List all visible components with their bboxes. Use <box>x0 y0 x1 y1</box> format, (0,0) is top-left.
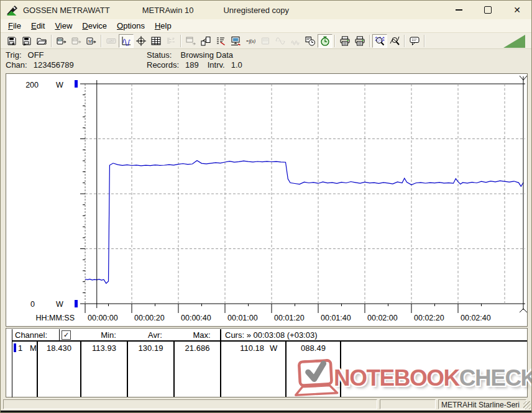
channel-list-button[interactable] <box>213 34 228 48</box>
cursor2-value: 110.18 <box>227 343 264 353</box>
svg-text:HH:MM:SS: HH:MM:SS <box>36 314 75 322</box>
toolbar-separator <box>180 35 181 47</box>
timer-button[interactable] <box>318 34 332 48</box>
toolbar: M1257=f(x) <box>1 33 531 49</box>
tooltip-icon <box>410 36 420 46</box>
avr-header: Avr: <box>132 330 178 340</box>
analog-signal-button <box>273 34 288 48</box>
close-icon: ✕ <box>513 6 521 14</box>
menubar: FileEditViewDeviceOptionsHelp <box>1 19 531 33</box>
status-strip: Trig:OFF Chan:123456789 Status:Browsing … <box>6 50 528 71</box>
svg-text:200: 200 <box>25 81 39 89</box>
interval-value: 1.0 <box>231 60 242 70</box>
cursor-view-icon <box>136 36 146 46</box>
device-config-icon <box>260 36 270 46</box>
table-view-icon <box>151 36 161 46</box>
min-header: Min: <box>85 330 132 340</box>
cursor-header: Curs: » 00:03:08 (+03:03) <box>225 330 318 340</box>
svg-text:00:00:20: 00:00:20 <box>134 314 165 322</box>
table-left-border <box>12 329 12 397</box>
cursor-view-button[interactable] <box>134 34 149 48</box>
close-button[interactable]: ✕ <box>513 6 521 14</box>
cursor-delta-value: 088.49 <box>287 343 340 353</box>
statusbar: METRAHit Starline-Seri <box>1 399 531 411</box>
max-value: 130.19 <box>128 343 173 353</box>
chan-label: Chan: <box>6 60 27 70</box>
device-stop-button <box>69 34 84 48</box>
column-divider <box>220 340 221 397</box>
device-transfer-icon <box>201 36 211 46</box>
y-range-marker-top <box>75 80 78 88</box>
cursor1-value: 21.686 <box>175 343 220 353</box>
device-transfer-button[interactable] <box>198 34 213 48</box>
menu-view[interactable]: View <box>50 20 77 32</box>
cursor2-unit: W <box>270 343 282 353</box>
toolbar-separator <box>369 35 370 47</box>
zoom-time-button[interactable] <box>372 34 387 48</box>
pulse-signal-button <box>288 34 303 48</box>
menu-help[interactable]: Help <box>150 20 177 32</box>
schedule-icon <box>305 36 315 46</box>
status-value: Browsing Data <box>180 50 233 60</box>
svg-text:00:02:00: 00:02:00 <box>367 314 398 322</box>
titlebar: GOSSEN METRAWATT METRAwin 10 Unregistere… <box>1 1 531 19</box>
svg-text:0: 0 <box>30 300 35 309</box>
resize-grip[interactable] <box>523 401 531 409</box>
header-divider <box>220 329 221 340</box>
svg-text:00:02:40: 00:02:40 <box>461 314 491 322</box>
pulse-signal-icon <box>290 36 300 46</box>
toolbar-separator <box>334 35 336 47</box>
device-memory-button[interactable]: M <box>84 34 99 48</box>
maximize-button[interactable] <box>484 6 492 14</box>
device-stop-icon <box>71 36 81 46</box>
waveform-view-button[interactable] <box>119 34 134 48</box>
menu-file[interactable]: File <box>3 20 26 32</box>
maximize-icon <box>484 6 492 14</box>
channel-checkbox[interactable]: ✓ <box>62 330 71 340</box>
minimize-button[interactable] <box>454 6 463 14</box>
interval-label: Intrv. <box>208 60 225 70</box>
channel-list-icon <box>216 36 226 46</box>
device-monitor-button[interactable] <box>228 34 243 48</box>
svg-text:00:00:00: 00:00:00 <box>88 314 118 322</box>
save-icon <box>7 36 17 46</box>
screen-bottom-edge <box>1 411 531 413</box>
open-file-button[interactable] <box>34 34 49 48</box>
device-read-icon <box>57 36 66 46</box>
formula-button[interactable]: =f(x) <box>243 34 258 48</box>
watermark-text-red: NOTEBOOK <box>334 365 459 391</box>
print-icon <box>340 36 350 46</box>
tooltip-button[interactable] <box>407 34 422 48</box>
notebookcheck-watermark: NOTEBOOKCHECK <box>290 360 532 397</box>
menu-options[interactable]: Options <box>112 20 150 32</box>
menu-device[interactable]: Device <box>77 20 112 32</box>
device-read-button[interactable] <box>54 34 69 48</box>
statusbar-secondary-pane <box>380 399 436 409</box>
zoom-free-button[interactable] <box>387 34 402 48</box>
metrawin-window: GOSSEN METRAWATT METRAwin 10 Unregistere… <box>0 0 532 413</box>
toolbar-separator <box>101 35 102 47</box>
schedule-button[interactable] <box>303 34 318 48</box>
notebookcheck-laptop-icon <box>289 358 343 398</box>
svg-text:00:01:40: 00:01:40 <box>321 314 351 322</box>
print-button[interactable] <box>337 34 352 48</box>
save-as-button[interactable] <box>19 34 34 48</box>
trig-value: OFF <box>28 50 44 60</box>
print-preview-button[interactable] <box>352 34 367 48</box>
channel-header: Channel: <box>15 330 47 340</box>
power-trace <box>85 161 523 284</box>
device-config-button <box>258 34 273 48</box>
lcd-display-button: 1257 <box>104 34 119 48</box>
zoom-free-icon <box>390 36 400 46</box>
table-view-button[interactable] <box>149 34 163 48</box>
open-file-icon <box>37 36 47 46</box>
svg-text:00:02:20: 00:02:20 <box>414 314 444 322</box>
analog-signal-icon <box>275 36 285 46</box>
svg-text:00:01:20: 00:01:20 <box>274 314 305 322</box>
titlebar-license: Unregistered copy <box>223 6 289 15</box>
trig-label: Trig: <box>6 50 22 60</box>
print-preview-icon <box>355 36 365 46</box>
channel-number: 1 <box>18 343 25 353</box>
menu-edit[interactable]: Edit <box>26 20 50 32</box>
save-button[interactable] <box>4 34 19 48</box>
